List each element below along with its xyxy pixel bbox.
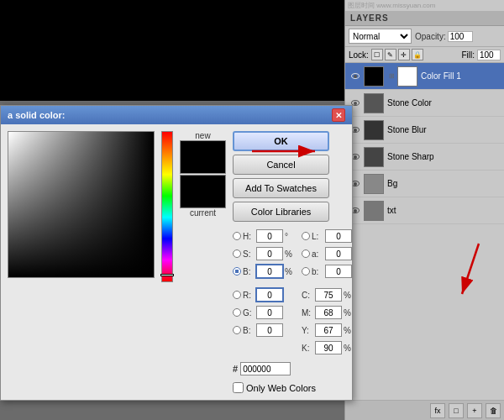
- m-label: M:: [302, 308, 313, 318]
- b2-radio[interactable]: [233, 326, 241, 334]
- m-unit: %: [344, 308, 354, 318]
- blab-radio[interactable]: [302, 267, 310, 276]
- b-label: B:: [243, 267, 255, 276]
- hsb-lab-col: H: ° S: % B:: [233, 228, 295, 355]
- c-field-row: C: %: [302, 287, 354, 302]
- layer-mask-color-fill-1: [397, 66, 417, 87]
- blab-label: b:: [312, 267, 323, 276]
- r-input[interactable]: [256, 288, 283, 302]
- field-spacer1: [233, 281, 295, 285]
- l-label: L:: [312, 232, 323, 241]
- layer-row-color-fill-1[interactable]: ⊞ Color Fill 1: [345, 63, 504, 90]
- y-label: Y:: [302, 326, 313, 335]
- watermark-text: 图层时间 www.missyuan.com: [345, 0, 504, 11]
- fill-input[interactable]: [477, 50, 501, 60]
- preview-new-swatch: [180, 140, 226, 174]
- s-radio[interactable]: [233, 249, 241, 258]
- hex-input[interactable]: [240, 362, 291, 375]
- lock-move-icon[interactable]: ✛: [398, 49, 410, 60]
- preview-new-label: new: [195, 131, 210, 140]
- color-libraries-button[interactable]: Color Libraries: [233, 202, 329, 222]
- y-field-row: Y: %: [302, 323, 354, 338]
- layer-row-stone-color[interactable]: Stone Color: [345, 90, 504, 117]
- h-radio[interactable]: [233, 232, 241, 240]
- ok-button[interactable]: OK: [233, 131, 329, 151]
- h-input[interactable]: [256, 229, 283, 243]
- layers-top-bar: Normal Opacity:: [345, 26, 504, 47]
- mask-icon[interactable]: □: [449, 403, 464, 418]
- hue-slider[interactable]: [161, 131, 173, 282]
- layer-label-stone-color: Stone Color: [387, 98, 501, 108]
- blab-input[interactable]: [325, 265, 352, 278]
- a-input[interactable]: [325, 247, 352, 260]
- r-label: R:: [243, 291, 255, 300]
- layer-label-bg: Bg: [387, 179, 501, 188]
- layer-label-stone-sharp: Stone Sharp: [387, 152, 501, 161]
- b2-input[interactable]: [256, 323, 283, 337]
- r-radio[interactable]: [233, 291, 241, 299]
- k-field-row: K: %: [302, 340, 354, 355]
- dialog-close-button[interactable]: ✕: [332, 108, 345, 122]
- k-unit: %: [344, 344, 354, 353]
- k-input[interactable]: [315, 341, 342, 354]
- blend-mode-select[interactable]: Normal: [349, 29, 412, 44]
- add-to-swatches-button[interactable]: Add To Swatches: [233, 178, 329, 198]
- delete-layer-icon[interactable]: 🗑: [486, 403, 501, 418]
- g-label: G:: [243, 308, 255, 318]
- c-input[interactable]: [315, 288, 342, 302]
- g-radio[interactable]: [233, 308, 241, 317]
- fill-label: Fill:: [461, 50, 475, 60]
- layer-thumb-stone-sharp: [364, 147, 384, 167]
- b2-field-row: B:: [233, 323, 295, 338]
- layer-label-txt: txt: [387, 206, 501, 215]
- web-colors-label: Only Web Colors: [246, 383, 316, 393]
- layer-row-txt[interactable]: txt: [345, 197, 504, 224]
- g-input[interactable]: [256, 306, 283, 319]
- y-input[interactable]: [315, 323, 342, 337]
- lock-label: Lock:: [349, 50, 369, 60]
- b-input[interactable]: [256, 265, 283, 278]
- layer-thumb-stone-blur: [364, 120, 384, 140]
- lock-all-icon[interactable]: 🔒: [412, 49, 423, 60]
- b2-label: B:: [243, 326, 255, 335]
- h-label: H:: [243, 232, 255, 241]
- opacity-label: Opacity:: [415, 32, 446, 41]
- layer-row-stone-sharp[interactable]: Stone Sharp: [345, 144, 504, 171]
- lock-transparency-icon[interactable]: ☐: [371, 49, 383, 60]
- a-radio[interactable]: [302, 249, 310, 258]
- b-radio[interactable]: [233, 267, 241, 276]
- background-black: [0, 0, 344, 101]
- l-field-row: L:: [302, 228, 354, 244]
- l-input[interactable]: [325, 229, 352, 243]
- dialog-body: new current OK Cancel Add To Swatches Co…: [1, 124, 352, 400]
- color-spectrum[interactable]: [8, 131, 155, 278]
- layer-thumb-bg: [364, 174, 384, 194]
- s-input[interactable]: [256, 247, 283, 260]
- layer-visibility-eye[interactable]: [349, 70, 362, 83]
- l-radio[interactable]: [302, 232, 310, 240]
- layer-link-icon: ⊞: [387, 70, 396, 83]
- cancel-button[interactable]: Cancel: [233, 155, 329, 175]
- k-label: K:: [302, 344, 313, 353]
- opacity-input[interactable]: [448, 31, 473, 42]
- layer-label-stone-blur: Stone Blur: [387, 125, 501, 134]
- dialog-titlebar: a solid color: ✕: [1, 106, 352, 124]
- c-label: C:: [302, 291, 313, 300]
- fx-icon[interactable]: fx: [430, 403, 445, 418]
- layers-bottom-bar: fx □ + 🗑: [345, 400, 504, 420]
- new-layer-icon[interactable]: +: [467, 403, 482, 418]
- hue-slider-thumb: [160, 274, 174, 276]
- web-colors-checkbox[interactable]: [233, 382, 244, 393]
- layer-thumb-stone-color: [364, 93, 384, 113]
- h-field-row: H: °: [233, 228, 295, 244]
- a-label: a:: [312, 249, 323, 259]
- blab-field-row: b:: [302, 264, 354, 279]
- layer-row-bg[interactable]: Bg: [345, 171, 504, 197]
- lock-paint-icon[interactable]: ✎: [385, 49, 396, 60]
- m-input[interactable]: [315, 306, 342, 319]
- layer-row-stone-blur[interactable]: Stone Blur: [345, 117, 504, 144]
- preview-current-swatch: [180, 175, 226, 208]
- layers-header: LAYERS: [345, 11, 504, 26]
- layer-thumb-color-fill-1: [364, 66, 384, 87]
- c-unit: %: [344, 291, 354, 300]
